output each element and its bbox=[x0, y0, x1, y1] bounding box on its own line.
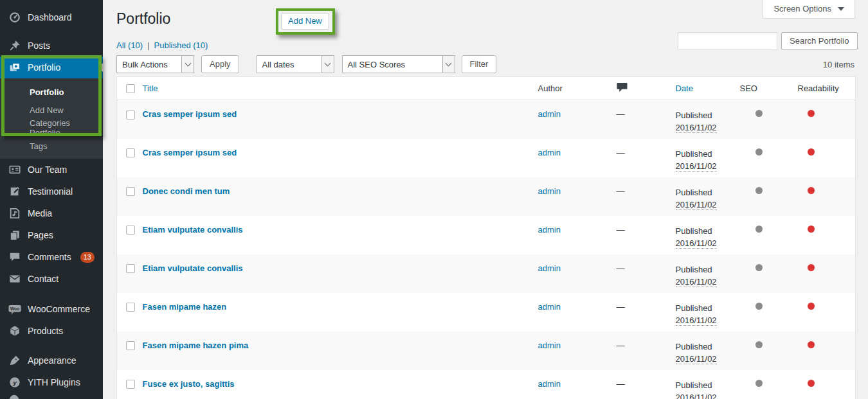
post-title-link[interactable]: Fasen mipame hazen pima bbox=[143, 341, 249, 350]
row-checkbox[interactable] bbox=[126, 380, 135, 389]
sidebar-item-posts[interactable]: Posts bbox=[0, 35, 103, 57]
sidebar-item-contact[interactable]: Contact bbox=[0, 268, 103, 290]
portfolio-list-table: Title Author Date SEO Readability Cras s… bbox=[116, 76, 856, 399]
author-link[interactable]: admin bbox=[538, 379, 561, 389]
submenu-item-portfolio[interactable]: Portfolio bbox=[0, 83, 103, 101]
all-dates-select[interactable]: All dates bbox=[257, 55, 334, 73]
seo-score-dot bbox=[755, 303, 763, 310]
sidebar-item-media[interactable]: Media bbox=[0, 202, 103, 224]
view-all-link[interactable]: All (10) bbox=[116, 40, 143, 50]
post-date: 2016/11/02 bbox=[676, 161, 717, 172]
row-checkbox[interactable] bbox=[126, 111, 135, 120]
author-link[interactable]: admin bbox=[538, 225, 561, 235]
sidebar-item-label: Testimonial bbox=[28, 186, 73, 197]
search-input[interactable] bbox=[678, 32, 777, 50]
submenu-item-add-new[interactable]: Add New bbox=[0, 101, 103, 119]
add-new-button[interactable]: Add New bbox=[281, 13, 329, 30]
pages-icon bbox=[8, 229, 21, 242]
sidebar-item-label: Products bbox=[28, 326, 63, 336]
seo-score-dot bbox=[755, 187, 763, 194]
sidebar-item-comments[interactable]: Comments 13 bbox=[0, 246, 103, 268]
select-all-checkbox[interactable] bbox=[126, 84, 135, 93]
sidebar-item-label: Media bbox=[28, 208, 52, 218]
table-row: Fusce ex justo, sagittis admin — Publish… bbox=[117, 370, 856, 399]
svg-text:Woo: Woo bbox=[10, 306, 19, 311]
post-title-link[interactable]: Etiam vulputate convallis bbox=[143, 225, 243, 235]
post-date: 2016/11/02 bbox=[676, 123, 717, 133]
row-checkbox[interactable] bbox=[126, 341, 135, 350]
post-title-link[interactable]: Cras semper ipsum sed bbox=[143, 109, 237, 119]
seo-header: SEO bbox=[740, 77, 778, 100]
highlight-box-add-new: Add New bbox=[276, 8, 335, 35]
woocommerce-icon: Woo bbox=[8, 303, 21, 315]
filter-button[interactable]: Filter bbox=[462, 55, 497, 73]
post-title-link[interactable]: Etiam vulputate convallis bbox=[143, 263, 243, 273]
readability-score-dot bbox=[808, 148, 815, 155]
sidebar-item-our-team[interactable]: Our Team bbox=[0, 159, 103, 181]
sidebar-item-dashboard[interactable]: Dashboard bbox=[0, 6, 103, 28]
sidebar-item-portfolio[interactable]: Portfolio bbox=[0, 57, 103, 78]
id-card-icon bbox=[8, 163, 21, 176]
post-title-link[interactable]: Fasen mipame hazen bbox=[143, 302, 227, 312]
seo-score-dot bbox=[755, 341, 763, 348]
post-status: Published bbox=[676, 342, 712, 351]
row-checkbox[interactable] bbox=[126, 303, 135, 312]
comments-count: — bbox=[609, 100, 673, 139]
sidebar-item-woocommerce[interactable]: Woo WooCommerce bbox=[0, 298, 103, 320]
view-published-link[interactable]: Published (10) bbox=[154, 40, 208, 50]
author-link[interactable]: admin bbox=[538, 263, 561, 273]
bulk-actions-value: Bulk Actions bbox=[122, 60, 168, 69]
yith-icon: y bbox=[8, 376, 21, 389]
paintbrush-icon bbox=[8, 354, 21, 367]
post-date: 2016/11/02 bbox=[676, 277, 717, 287]
package-icon bbox=[8, 324, 21, 337]
search-portfolio-button[interactable]: Search Portfolio bbox=[781, 32, 858, 50]
table-header-row: Title Author Date SEO Readability bbox=[117, 77, 856, 100]
sidebar-item-testimonial[interactable]: Testimonial bbox=[0, 181, 103, 202]
author-link[interactable]: admin bbox=[538, 341, 561, 350]
comments-count: — bbox=[609, 216, 673, 254]
author-link[interactable]: admin bbox=[538, 302, 561, 312]
sidebar-item-products[interactable]: Products bbox=[0, 320, 103, 342]
post-title-link[interactable]: Cras semper ipsum sed bbox=[143, 148, 237, 157]
dashboard-icon bbox=[8, 11, 21, 24]
post-status: Published bbox=[676, 380, 712, 390]
author-link[interactable]: admin bbox=[538, 109, 561, 119]
author-link[interactable]: admin bbox=[538, 148, 561, 157]
row-checkbox[interactable] bbox=[126, 264, 135, 273]
envelope-icon bbox=[8, 272, 21, 285]
readability-score-dot bbox=[808, 341, 815, 348]
row-checkbox[interactable] bbox=[126, 187, 135, 196]
sort-date-header[interactable]: Date bbox=[676, 84, 693, 93]
submenu-item-label: Add New bbox=[30, 105, 64, 115]
bulk-actions-select[interactable]: Bulk Actions bbox=[116, 55, 194, 73]
all-seo-scores-select[interactable]: All SEO Scores bbox=[342, 55, 455, 73]
post-title-link[interactable]: Donec condi men tum bbox=[143, 186, 230, 196]
sidebar-item-label: Posts bbox=[28, 40, 50, 51]
sidebar-item-label: Dashboard bbox=[28, 12, 72, 22]
post-date: 2016/11/02 bbox=[676, 315, 717, 326]
post-title-link[interactable]: Fusce ex justo, sagittis bbox=[143, 379, 235, 389]
row-checkbox[interactable] bbox=[126, 226, 135, 235]
screen-options-tab[interactable]: Screen Options bbox=[763, 0, 855, 19]
apply-button[interactable]: Apply bbox=[201, 55, 239, 73]
post-status: Published bbox=[676, 265, 712, 274]
row-checkbox[interactable] bbox=[126, 148, 135, 157]
table-row: Cras semper ipsum sed admin — Published2… bbox=[117, 139, 856, 177]
author-link[interactable]: admin bbox=[538, 186, 561, 196]
sidebar-item-yith-plugins[interactable]: y YITH Plugins bbox=[0, 371, 103, 393]
comments-count: — bbox=[609, 370, 673, 399]
table-row: Etiam vulputate convallis admin — Publis… bbox=[117, 216, 856, 254]
post-date: 2016/11/02 bbox=[676, 238, 717, 249]
select-chevron-icon bbox=[321, 56, 334, 73]
comments-count: — bbox=[609, 332, 673, 370]
sort-title-header[interactable]: Title bbox=[143, 84, 158, 93]
comments-column-icon bbox=[617, 82, 628, 94]
submenu-item-tags[interactable]: Tags bbox=[0, 137, 103, 155]
sidebar-item-appearance[interactable]: Appearance bbox=[0, 350, 103, 371]
pushpin-icon bbox=[8, 39, 21, 52]
post-status: Published bbox=[676, 303, 712, 313]
sidebar-item-pages[interactable]: Pages bbox=[0, 224, 103, 246]
readability-score-dot bbox=[808, 264, 815, 271]
submenu-item-categories-portfolio[interactable]: Categories Portfolio bbox=[0, 119, 103, 137]
